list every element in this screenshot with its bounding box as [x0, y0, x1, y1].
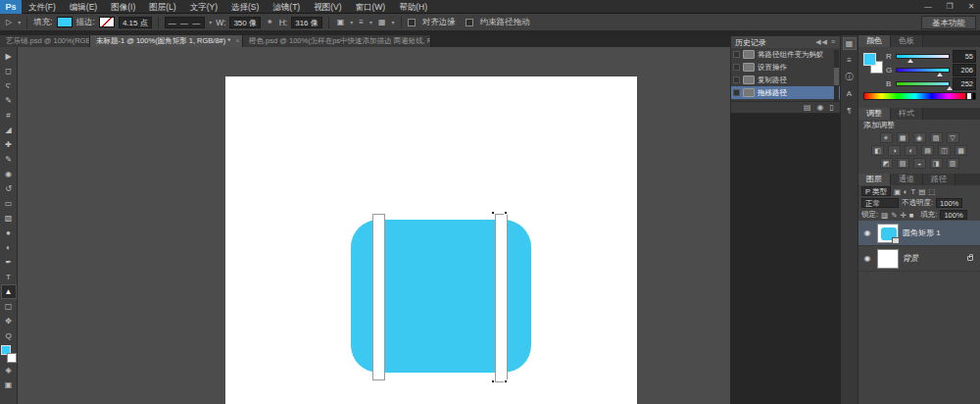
layer-name[interactable]: 背景 [903, 253, 918, 264]
document-tab-2[interactable]: 未标题-1 @ 100%(圆角矩形 1, RGB/8#) *× [90, 35, 243, 47]
lock-transparent-icon[interactable]: ▨ [881, 211, 888, 220]
exposure-icon[interactable]: ▨ [930, 132, 943, 143]
new-snapshot-icon[interactable]: ◉ [817, 103, 824, 112]
fill-field[interactable]: 100% [940, 210, 966, 220]
properties-panel-icon[interactable]: ▦ [843, 37, 857, 50]
history-state-row[interactable]: 设置操作 [731, 61, 840, 74]
tab-channels[interactable]: 通道 [891, 174, 923, 185]
lock-all-icon[interactable]: ■ [909, 211, 914, 220]
opacity-field[interactable]: 100% [936, 198, 962, 208]
menu-file[interactable]: 文件(F) [22, 0, 63, 14]
layer-filter-kind-dropdown[interactable]: P 类型 [861, 186, 891, 196]
history-state-row[interactable]: 复制路径 [731, 74, 840, 86]
gradient-map-icon[interactable]: ◨ [930, 158, 943, 169]
stroke-width-field[interactable]: 4.15 点 [119, 17, 152, 28]
type-tool[interactable]: T [1, 270, 17, 284]
path-alignment-icon[interactable]: ≡ [357, 18, 366, 26]
levels-icon[interactable]: ▦ [897, 132, 909, 143]
menu-layer[interactable]: 图层(L) [142, 0, 182, 14]
right-strap-shape[interactable] [495, 214, 508, 382]
background-color-swatch[interactable] [7, 353, 17, 363]
tab-styles[interactable]: 样式 [891, 108, 923, 120]
filter-smart-objects-icon[interactable]: ⬚ [928, 187, 935, 196]
tool-preset-icon[interactable]: ▷ [4, 18, 14, 26]
tab-adjustments[interactable]: 调整 [858, 108, 891, 120]
paragraph-panel-icon[interactable]: ¶ [843, 104, 857, 117]
tab-layers[interactable]: 图层 [858, 174, 891, 185]
eyedropper-tool[interactable]: ◢ [1, 123, 17, 137]
layer-row-background[interactable]: ◉ 背景 [858, 246, 980, 272]
menu-filter[interactable]: 滤镜(T) [266, 0, 307, 14]
path-arrangement-icon[interactable]: ▦ [376, 18, 388, 26]
document-tab-1[interactable]: 艺乐铺.psd @ 100%(RGB/8)× [0, 35, 90, 47]
blue-slider[interactable] [896, 81, 950, 86]
menu-view[interactable]: 视图(V) [307, 0, 348, 14]
brightness-contrast-icon[interactable]: ☀ [880, 132, 893, 143]
hue-saturation-icon[interactable]: ◧ [871, 145, 884, 156]
color-balance-icon[interactable]: ◑ [888, 145, 901, 156]
link-dimensions-icon[interactable]: ⚭ [265, 18, 275, 26]
new-document-from-state-icon[interactable]: ▤ [804, 103, 811, 112]
history-state-row-selected[interactable]: 拖移路径 [731, 86, 840, 99]
anchor-point[interactable] [504, 211, 508, 215]
history-state-row[interactable]: 将路径组件变为蚂蚁 [731, 48, 840, 61]
minimize-button[interactable]: — [921, 0, 935, 14]
clone-stamp-tool[interactable]: ◉ [1, 167, 17, 181]
layer-row-rounded-rectangle[interactable]: ◉ 圆角矩形 1 [858, 221, 980, 246]
panel-menu-icon[interactable]: ≡ [831, 38, 836, 45]
shape-tool[interactable]: ▢ [1, 299, 17, 314]
channel-mixer-icon[interactable]: ◫ [938, 145, 951, 156]
lock-pixels-icon[interactable]: ✎ [891, 211, 897, 220]
vibrance-icon[interactable]: ▽ [947, 132, 959, 143]
quick-selection-tool[interactable]: ✎ [1, 93, 17, 108]
shape-width-field[interactable]: 350 像 [229, 17, 261, 28]
anchor-point[interactable] [491, 211, 495, 215]
color-lookup-icon[interactable]: ▩ [955, 145, 967, 156]
tab-swatches[interactable]: 色板 [891, 35, 923, 47]
green-slider[interactable] [896, 68, 950, 73]
red-slider[interactable] [896, 54, 950, 59]
anchor-point[interactable] [491, 379, 495, 383]
black-white-icon[interactable]: ◐ [905, 145, 917, 156]
curves-icon[interactable]: ◉ [913, 132, 926, 143]
menu-select[interactable]: 选择(S) [224, 0, 266, 14]
eraser-tool[interactable]: ▭ [1, 196, 17, 211]
invert-icon[interactable]: ◩ [880, 158, 893, 169]
layer-thumbnail[interactable] [877, 224, 899, 243]
filter-adjustment-layers-icon[interactable]: ◐ [904, 187, 908, 196]
crop-tool[interactable]: # [1, 108, 17, 123]
fill-swatch[interactable] [57, 17, 73, 27]
lasso-tool[interactable]: Ϛ [1, 78, 17, 93]
close-button[interactable]: ✕ [964, 0, 978, 14]
tab-close-icon[interactable]: × [235, 36, 239, 45]
spectrum-black-swatch[interactable] [972, 92, 976, 100]
menu-type[interactable]: 文字(Y) [183, 0, 224, 14]
selective-color-icon[interactable]: ▥ [947, 158, 959, 169]
posterize-icon[interactable]: ▧ [897, 158, 909, 169]
panel-foreground-swatch[interactable] [863, 53, 876, 66]
tool-preset-caret-icon[interactable]: ▾ [18, 19, 21, 25]
blend-mode-dropdown[interactable]: 正常 [861, 198, 899, 208]
layer-thumbnail[interactable] [877, 249, 899, 269]
filter-pixel-layers-icon[interactable]: ▣ [894, 187, 901, 196]
delete-state-icon[interactable]: ▯ [830, 103, 834, 112]
tab-color[interactable]: 颜色 [858, 35, 891, 47]
blue-value-field[interactable]: 252 [953, 77, 976, 90]
threshold-icon[interactable]: ◒ [913, 158, 926, 169]
character-panel-icon[interactable]: A [843, 87, 857, 100]
dodge-tool[interactable]: ◐ [1, 240, 17, 255]
lock-position-icon[interactable]: ✛ [900, 211, 906, 220]
path-operations-icon[interactable]: ▣ [335, 18, 347, 26]
restore-button[interactable]: ❐ [943, 0, 956, 14]
history-source-checkbox[interactable] [733, 51, 740, 58]
history-source-checkbox[interactable] [733, 76, 740, 83]
adjust-sliders-panel-icon[interactable]: ≡ [843, 54, 857, 67]
filter-type-layers-icon[interactable]: T [911, 187, 916, 196]
history-brush-tool[interactable]: ↺ [1, 181, 17, 196]
marquee-tool[interactable]: ◻ [1, 64, 17, 78]
document-tab-3[interactable]: 橙色.psd @ 100%(怎样在ps中快速添加描边 两遍短线, RGB/8#)… [243, 35, 431, 47]
red-value-field[interactable]: 55 [953, 50, 976, 63]
menu-window[interactable]: 窗口(W) [349, 0, 393, 14]
tab-paths[interactable]: 路径 [923, 174, 956, 185]
menu-image[interactable]: 图像(I) [104, 0, 142, 14]
